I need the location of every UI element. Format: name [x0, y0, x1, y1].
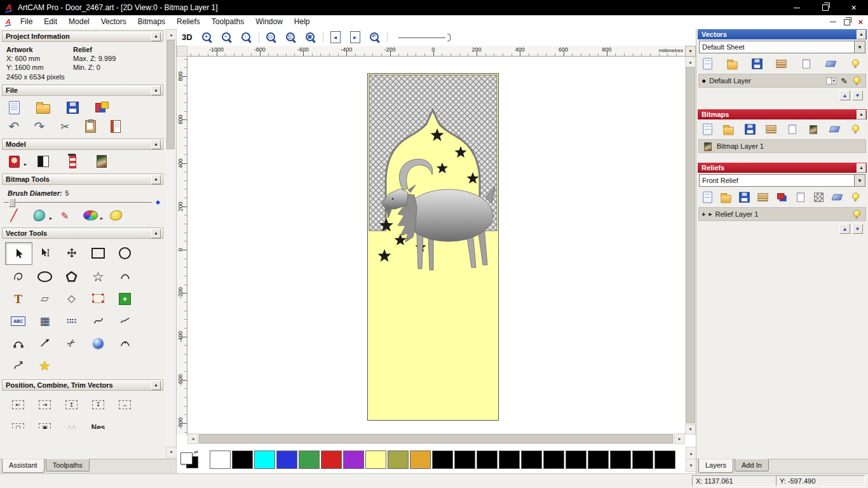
- new-sheet-icon[interactable]: [702, 58, 712, 69]
- palette-swatch[interactable]: [477, 451, 498, 469]
- spaced-dots-icon[interactable]: ∴∴: [64, 420, 79, 429]
- save-relief-icon[interactable]: [740, 192, 750, 202]
- tool-cell[interactable]: ★: [32, 355, 58, 376]
- node-editing-icon[interactable]: [37, 245, 53, 261]
- tool-cell[interactable]: +: [112, 288, 138, 309]
- palette-swatch[interactable]: [210, 451, 231, 469]
- palette-swatch[interactable]: [254, 451, 275, 469]
- palette-swatch[interactable]: [654, 451, 675, 469]
- tool-cell[interactable]: ↔: [112, 394, 138, 416]
- minimize-button[interactable]: [782, 0, 811, 15]
- tool-cell[interactable]: T: [5, 288, 31, 309]
- tool-cell[interactable]: ⇥: [32, 394, 58, 416]
- create-rectangle-icon[interactable]: [91, 245, 106, 261]
- align-center-icon[interactable]: ↔: [118, 397, 133, 412]
- mdi-restore-button[interactable]: [844, 19, 850, 25]
- tool-cell[interactable]: [112, 266, 138, 287]
- zoom-window-icon[interactable]: ▭: [264, 30, 279, 45]
- canvas-vscrollbar[interactable]: ▴ ▾: [685, 57, 696, 435]
- palette-swatch[interactable]: [454, 451, 475, 469]
- edit-pencil-icon[interactable]: ✎: [841, 77, 848, 85]
- tool-cell[interactable]: [85, 288, 111, 309]
- face-icon[interactable]: [808, 124, 818, 134]
- create-circle-icon[interactable]: [118, 245, 133, 261]
- palette-swatch[interactable]: [521, 451, 542, 469]
- smooth-relief-icon[interactable]: [813, 192, 824, 202]
- draw-icon[interactable]: ╱: [6, 208, 22, 223]
- merge-vectors-icon[interactable]: [776, 58, 787, 69]
- tool-cell[interactable]: ▢: [5, 417, 31, 429]
- interactive-distortion-icon[interactable]: [91, 336, 106, 351]
- brush-link-icon[interactable]: ◆: [156, 200, 160, 205]
- tool-cell[interactable]: [85, 242, 111, 264]
- open-relief-icon[interactable]: [721, 192, 731, 202]
- mdi-close-button[interactable]: ×: [858, 18, 863, 26]
- palette-swatch[interactable]: [432, 451, 453, 469]
- arc-editing-icon[interactable]: [11, 336, 26, 351]
- relief-wizard-icon[interactable]: ▸: [6, 154, 22, 169]
- cut-icon[interactable]: ✂: [57, 119, 72, 134]
- bitmap-layer-row[interactable]: Bitmap Layer 1: [698, 139, 866, 153]
- delete-bitmap-icon[interactable]: [829, 124, 839, 134]
- import-model-icon[interactable]: [94, 100, 109, 115]
- local-fill-icon[interactable]: [108, 208, 123, 223]
- create-arc-icon[interactable]: [118, 269, 133, 284]
- tool-cell[interactable]: ∴∴: [58, 417, 85, 429]
- create-text-icon[interactable]: T: [11, 291, 26, 306]
- relief-layer-row[interactable]: + ▸ Relief Layer 1: [698, 207, 866, 221]
- texture-relief-icon[interactable]: [94, 154, 109, 169]
- menu-window[interactable]: Window: [250, 15, 288, 29]
- mdi-minimize-button[interactable]: [830, 22, 836, 22]
- layer-visibility-icon[interactable]: [851, 76, 862, 86]
- current-colours-indicator[interactable]: ⇄: [180, 451, 198, 468]
- tool-cell[interactable]: [112, 310, 138, 332]
- tool-cell[interactable]: ☆: [85, 266, 111, 287]
- relief-select[interactable]: Front Relief ▼: [699, 174, 865, 187]
- collapse-bitmaps-button[interactable]: ▲: [857, 110, 866, 119]
- align-top-icon[interactable]: ↥: [64, 397, 79, 412]
- wrap-text-icon[interactable]: ▱: [37, 291, 53, 306]
- zoom-scale-icon[interactable]: ·: [239, 30, 254, 45]
- undo-icon[interactable]: ↶: [6, 119, 22, 134]
- sheet-select[interactable]: Default Sheet ▼: [699, 41, 865, 53]
- align-right-icon[interactable]: ⇥: [37, 397, 53, 412]
- nest-text-icon[interactable]: Nes: [91, 420, 106, 429]
- palette-swatch[interactable]: [299, 451, 320, 469]
- tool-cell[interactable]: [32, 266, 58, 287]
- relief-visibility-icon[interactable]: [851, 209, 862, 219]
- tool-cell[interactable]: [112, 332, 138, 354]
- chevron-down-icon[interactable]: ▼: [854, 41, 865, 53]
- line-width-widget[interactable]: [398, 34, 452, 41]
- tool-cell[interactable]: [85, 332, 111, 354]
- collapse-file-button[interactable]: ▲: [151, 86, 161, 95]
- text-block-icon[interactable]: ABC: [11, 313, 26, 329]
- bitmap-visibility-icon[interactable]: [850, 124, 860, 134]
- scroll-left-icon[interactable]: ◂: [187, 433, 198, 444]
- merge-reliefs-icon[interactable]: [758, 192, 768, 202]
- layers-icon[interactable]: [776, 192, 787, 202]
- view-3d-button[interactable]: 3D: [182, 32, 193, 42]
- save-vectors-icon[interactable]: [752, 58, 762, 69]
- palette-swatch[interactable]: [632, 451, 653, 469]
- paste-special-icon[interactable]: +: [118, 291, 133, 306]
- tool-cell[interactable]: [32, 242, 58, 264]
- menu-file[interactable]: File: [15, 15, 38, 29]
- clipboard-icon[interactable]: [787, 124, 797, 134]
- delete-layer-icon[interactable]: [826, 58, 836, 69]
- palette-scrollbar[interactable]: ▴ ▾: [685, 447, 696, 472]
- scrollbar-thumb[interactable]: [166, 40, 175, 149]
- tool-cell[interactable]: [5, 355, 31, 376]
- units-dropdown-button[interactable]: ▾: [685, 46, 696, 57]
- new-layer-icon[interactable]: [801, 58, 811, 69]
- create-star-icon[interactable]: ☆: [91, 269, 106, 284]
- palette-swatch[interactable]: [566, 451, 587, 469]
- tool-cell[interactable]: ◇: [58, 288, 85, 309]
- zoom-in-icon[interactable]: +: [200, 30, 215, 45]
- layer-down-icon[interactable]: ▼: [852, 90, 863, 100]
- palette-swatch[interactable]: [410, 451, 431, 469]
- tool-cell[interactable]: [5, 242, 32, 265]
- make-grid-icon[interactable]: ▦: [37, 313, 53, 329]
- close-button[interactable]: ×: [839, 0, 868, 15]
- tool-cell[interactable]: [5, 266, 31, 287]
- menu-bitmaps[interactable]: Bitmaps: [132, 15, 171, 29]
